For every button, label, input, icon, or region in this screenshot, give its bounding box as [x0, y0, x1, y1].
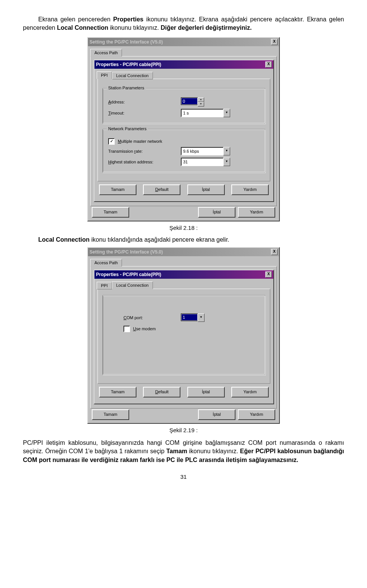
default-button[interactable]: Default [143, 387, 180, 397]
outer-title-text: Setting the PG/PC Interface (V5.0) [89, 249, 163, 255]
spin-up-icon[interactable]: ▲ [198, 97, 204, 102]
timeout-select[interactable]: 1 s [181, 109, 224, 117]
intro-paragraph: Ekrana gelen pencereden Properties ikonu… [23, 15, 344, 32]
group-legend: Network Parameters [107, 126, 148, 131]
tamam-button[interactable]: Tamam [92, 207, 129, 218]
default-button[interactable]: Default [143, 184, 180, 195]
text-bold: Diğer değerleri değiştirmeyiniz. [161, 24, 252, 31]
outer-title-text: Setting the PG/PC Interface (V5.0) [89, 39, 163, 45]
inner-button-row: Tamam Default İptal Yardım [94, 184, 273, 198]
iptal-button[interactable]: İptal [198, 207, 235, 218]
text: ikonunu tıklayınız. [187, 448, 240, 454]
outer-tabpanel: Properties - PC/PPI cable(PPI) X PPI Loc… [90, 56, 277, 206]
outer-tabpanel: Properties - PC/PPI cable(PPI) X PPI Loc… [90, 266, 277, 409]
com-port-select[interactable]: 1 [181, 313, 198, 321]
chevron-down-icon[interactable]: ▼ [223, 158, 230, 166]
station-parameters-group: Station Parameters Address: 0 ▲ ▼ [102, 88, 265, 124]
iptal-button[interactable]: İptal [198, 409, 235, 420]
outer-tabstrip: Access Path [88, 46, 279, 56]
multiple-master-label: Multiple master network [118, 139, 162, 144]
transmission-rate-select[interactable]: 9.6 kbps [181, 147, 224, 155]
middle-paragraph: Local Connection ikonu tıklandığında aşa… [23, 236, 344, 243]
com-port-label: COM port: [123, 315, 181, 320]
outer-button-row: Tamam İptal Yardım [88, 409, 279, 423]
outro-paragraph: PC/PPI iletişim kablosunu, bilgisayarını… [23, 439, 344, 464]
outer-tabstrip: Access Path [88, 256, 279, 266]
inner-title-text: Properties - PC/PPI cable(PPI) [96, 272, 161, 277]
tamam-button[interactable]: Tamam [92, 409, 129, 420]
close-icon[interactable]: X [271, 249, 278, 255]
chevron-down-icon[interactable]: ▼ [223, 147, 230, 155]
com-group: COM port: 1 ▼ Use modem [102, 295, 265, 375]
text-bold: Local Connection [57, 24, 108, 31]
address-input[interactable]: 0 [181, 97, 198, 105]
use-modem-label: Use modem [133, 326, 156, 331]
transmission-rate-label: Transmission rate: [108, 149, 181, 153]
properties-dialog-2: Properties - PC/PPI cable(PPI) X PPI Loc… [94, 270, 274, 404]
properties-dialog: Properties - PC/PPI cable(PPI) X PPI Loc… [94, 60, 274, 202]
pgpc-interface-dialog: Setting the PG/PC Interface (V5.0) X Acc… [87, 37, 280, 221]
yardim-button[interactable]: Yardım [231, 387, 269, 397]
figure-caption-1: Şekil 2.18 : [23, 225, 344, 231]
iptal-button[interactable]: İptal [187, 184, 225, 195]
inner-titlebar[interactable]: Properties - PC/PPI cable(PPI) X [94, 60, 273, 69]
tab-ppi[interactable]: PPI [97, 71, 112, 79]
yardim-button[interactable]: Yardım [238, 409, 275, 420]
ppi-tabpanel: Station Parameters Address: 0 ▲ ▼ [97, 79, 270, 181]
highest-address-label: Highest station address: [108, 160, 181, 164]
tamam-button[interactable]: Tamam [99, 387, 136, 397]
outer-button-row: Tamam İptal Yardım [88, 206, 279, 221]
address-label: Address: [108, 100, 181, 104]
inner-title-text: Properties - PC/PPI cable(PPI) [96, 62, 161, 67]
close-icon[interactable]: X [271, 39, 278, 45]
tab-access-path[interactable]: Access Path [90, 49, 122, 57]
tab-access-path[interactable]: Access Path [90, 259, 122, 267]
local-connection-tabpanel: COM port: 1 ▼ Use modem [97, 289, 270, 384]
tab-ppi[interactable]: PPI [97, 282, 112, 289]
inner-tabstrip: PPI Local Connection [94, 279, 273, 289]
chevron-down-icon[interactable]: ▼ [198, 313, 205, 322]
group-legend: Station Parameters [107, 86, 146, 90]
text-bold: Tamam [166, 448, 187, 454]
inner-tabstrip: PPI Local Connection [94, 69, 273, 79]
use-modem-checkbox[interactable] [123, 326, 130, 332]
tab-local-connection[interactable]: Local Connection [112, 281, 153, 289]
multiple-master-checkbox[interactable]: ✓ [108, 138, 115, 145]
text: ikonu tıklandığında aşağıdaki pencere ek… [89, 236, 229, 243]
figure-caption-2: Şekil 2.19 : [23, 427, 344, 433]
outer-titlebar[interactable]: Setting the PG/PC Interface (V5.0) X [88, 38, 279, 46]
close-icon[interactable]: X [265, 61, 272, 68]
pgpc-interface-dialog-2: Setting the PG/PC Interface (V5.0) X Acc… [87, 247, 280, 424]
timeout-label: Timeout: [108, 111, 181, 115]
text-bold: Local Connection [38, 236, 89, 243]
tab-local-connection[interactable]: Local Connection [112, 72, 153, 79]
text: Ekrana gelen pencereden [38, 16, 113, 23]
inner-titlebar[interactable]: Properties - PC/PPI cable(PPI) X [94, 270, 273, 279]
yardim-button[interactable]: Yardım [231, 184, 269, 195]
page-number: 31 [23, 473, 344, 480]
inner-button-row: Tamam Default İptal Yardım [94, 387, 273, 401]
address-spinner[interactable]: ▲ ▼ [198, 97, 204, 107]
network-parameters-group: Network Parameters ✓ Multiple master net… [102, 129, 265, 173]
chevron-down-icon[interactable]: ▼ [223, 109, 230, 117]
highest-address-select[interactable]: 31 [181, 158, 224, 166]
iptal-button[interactable]: İptal [187, 387, 225, 397]
text: ikonunu tıklayınız. [108, 24, 161, 31]
outer-titlebar[interactable]: Setting the PG/PC Interface (V5.0) X [88, 248, 279, 256]
text-bold: Properties [113, 16, 143, 23]
spin-down-icon[interactable]: ▼ [198, 102, 204, 107]
close-icon[interactable]: X [265, 271, 272, 278]
yardim-button[interactable]: Yardım [238, 207, 275, 218]
tamam-button[interactable]: Tamam [99, 184, 136, 195]
